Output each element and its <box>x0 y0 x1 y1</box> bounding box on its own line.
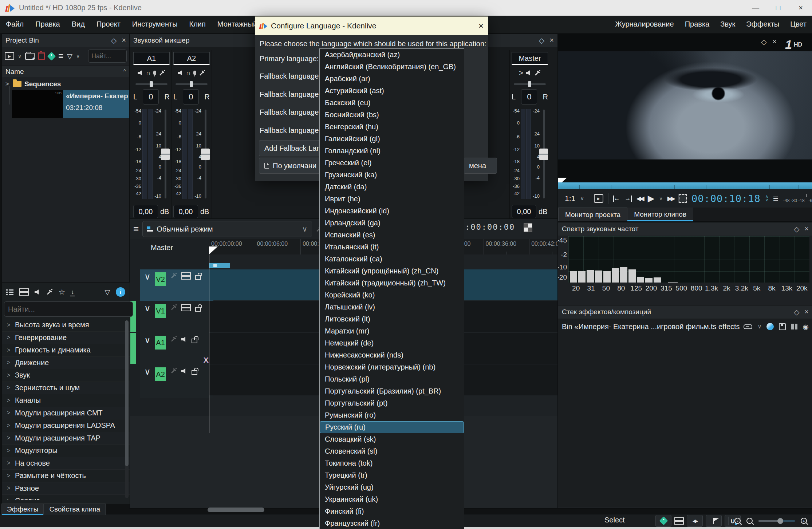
channel-name[interactable]: A2 <box>173 52 210 65</box>
track-effects-icon[interactable] <box>170 367 177 374</box>
effect-category-row[interactable]: > Модули расширения CMT <box>2 407 130 420</box>
workspace-audio[interactable]: Звук <box>715 16 741 33</box>
language-option[interactable]: Китайский (упрощённый) (zh_CN) <box>320 265 464 277</box>
volume-fader[interactable] <box>540 108 547 200</box>
language-option[interactable]: Ирландский (ga) <box>320 217 464 229</box>
zoom-level-value[interactable]: 1:1 <box>565 194 575 203</box>
set-out-point-icon[interactable]: → <box>625 195 632 202</box>
language-option[interactable]: Азербайджанский (az) <box>320 49 464 61</box>
track-header-a1[interactable]: ∨ A1 X1 <box>140 333 213 367</box>
language-option[interactable]: Русский (ru) <box>320 421 464 433</box>
track-header-v2[interactable]: ∨ V2 <box>140 269 213 303</box>
timeline-menu-icon[interactable]: ≡ <box>133 224 139 235</box>
language-option[interactable]: Финский (fi) <box>320 505 464 517</box>
workspace-editing[interactable]: Правка <box>679 16 715 33</box>
maximize-button[interactable]: □ <box>767 0 789 16</box>
effect-category-row[interactable]: > Сервис <box>2 495 130 500</box>
channel-name[interactable]: A1 <box>133 52 170 65</box>
effects-wand-icon[interactable] <box>534 70 541 76</box>
expander-icon[interactable]: > <box>7 422 11 429</box>
close-panel-icon[interactable]: × <box>804 308 809 316</box>
effects-wand-icon[interactable] <box>199 70 205 76</box>
filter-icon[interactable]: ▽ <box>105 289 110 296</box>
zoom-in-icon[interactable]: + <box>801 518 807 524</box>
gain-value[interactable]: 0,00 <box>173 205 198 218</box>
expander-icon[interactable]: > <box>7 460 11 466</box>
language-option[interactable]: Французский (fr) <box>320 517 464 529</box>
target-track-indicator[interactable] <box>130 333 136 364</box>
effects-search-input[interactable] <box>4 301 133 317</box>
audio-effects-icon[interactable] <box>35 289 40 295</box>
add-clip-icon[interactable]: ▶ <box>5 52 14 60</box>
expander-icon[interactable]: > <box>7 473 11 479</box>
pan-slider[interactable] <box>514 81 546 87</box>
balance-value[interactable]: 0 <box>521 89 537 104</box>
zone-toggle-icon[interactable] <box>766 323 774 330</box>
menu-file[interactable]: Файл <box>0 16 29 33</box>
gain-value[interactable]: 0,00 <box>133 205 158 218</box>
pan-slider[interactable] <box>176 81 208 87</box>
effect-category-row[interactable]: > Каналы <box>2 394 130 407</box>
language-option[interactable]: Уйгурский (ug) <box>320 481 464 493</box>
effect-category-row[interactable]: > Высота звука и время <box>2 319 130 332</box>
mute-track-icon[interactable] <box>181 368 187 374</box>
lock-track-icon[interactable] <box>195 275 201 280</box>
expander-icon[interactable]: > <box>7 447 11 454</box>
close-panel-icon[interactable]: × <box>772 37 777 46</box>
timeline-playhead-marker[interactable] <box>209 246 218 254</box>
link-icon[interactable] <box>744 324 752 329</box>
menu-clip[interactable]: Клип <box>184 16 212 33</box>
language-option[interactable]: Маратхи (mr) <box>320 325 464 337</box>
record-mic-icon[interactable] <box>153 71 156 75</box>
language-option[interactable]: Словацкий (sk) <box>320 433 464 445</box>
menu-view[interactable]: Вид <box>66 16 91 33</box>
effect-category-row[interactable]: > Звук <box>2 369 130 382</box>
lock-track-icon[interactable] <box>192 339 197 343</box>
list-view-icon[interactable] <box>6 289 13 295</box>
cancel-button[interactable]: мена <box>464 158 497 174</box>
language-option[interactable]: Польский (pl) <box>320 373 464 385</box>
solo-headphones-icon[interactable]: ∩ <box>146 70 150 76</box>
audio-mix-button[interactable]: ◀▶ <box>687 515 703 527</box>
solo-headphones-icon[interactable]: ∩ <box>186 70 190 76</box>
language-option[interactable]: Греческий (el) <box>320 157 464 169</box>
language-option[interactable]: Украинский (uk) <box>320 493 464 505</box>
play-dropdown-icon[interactable]: ∨ <box>659 196 663 201</box>
track-label[interactable]: A1 <box>155 336 166 350</box>
expander-icon[interactable]: > <box>7 322 11 328</box>
zoom-slider-handle[interactable] <box>777 518 783 524</box>
float-panel-icon[interactable]: ◇ <box>111 36 117 45</box>
collapse-track-icon[interactable]: ∨ <box>144 304 151 335</box>
language-option[interactable]: Португальский (pt) <box>320 397 464 409</box>
balance-value[interactable]: 0 <box>143 89 159 104</box>
video-preview[interactable] <box>558 51 812 159</box>
zoom-dropdown-icon[interactable]: ∨ <box>580 195 584 202</box>
fader-handle[interactable] <box>539 149 548 160</box>
tab-clip-properties[interactable]: Свойства клипа <box>44 504 106 515</box>
float-panel-icon[interactable]: ◇ <box>539 36 544 45</box>
download-effects-icon[interactable]: ↓ <box>71 289 74 295</box>
language-option[interactable]: Английский (Великобритания) (en_GB) <box>320 61 464 73</box>
hide-video-icon[interactable] <box>181 304 191 311</box>
close-button[interactable]: × <box>789 0 812 16</box>
float-panel-icon[interactable]: ◇ <box>761 37 766 46</box>
expander-icon[interactable]: > <box>7 359 11 366</box>
language-option[interactable]: Токипона (tok) <box>320 457 464 469</box>
effect-category-row[interactable]: > Зернистость и шум <box>2 382 130 395</box>
effect-category-row[interactable]: > Движение <box>2 357 130 370</box>
language-option[interactable]: Арабский (ar) <box>320 73 464 85</box>
sequence-clip-row[interactable]: 1HD «Империя- Екатер 03:21:20:08 <box>12 90 130 118</box>
volume-fader[interactable] <box>202 108 209 200</box>
track-header-a2[interactable]: ∨ A2 <box>140 364 213 398</box>
edit-mode-dropdown[interactable]: Обычный режим ∨ <box>142 221 312 237</box>
language-option[interactable]: Индонезийский (id) <box>320 205 464 217</box>
info-icon[interactable]: i <box>116 287 125 297</box>
set-in-point-icon[interactable]: ← <box>613 195 620 202</box>
language-option[interactable]: Немецкий (de) <box>320 337 464 349</box>
gain-value[interactable]: 0,00 <box>512 205 536 218</box>
create-folder-icon[interactable] <box>25 53 35 60</box>
lock-track-icon[interactable] <box>195 307 201 312</box>
zone-mode-icon[interactable] <box>679 194 687 203</box>
tag-icon[interactable] <box>47 52 56 60</box>
track-label[interactable]: V2 <box>155 272 166 286</box>
